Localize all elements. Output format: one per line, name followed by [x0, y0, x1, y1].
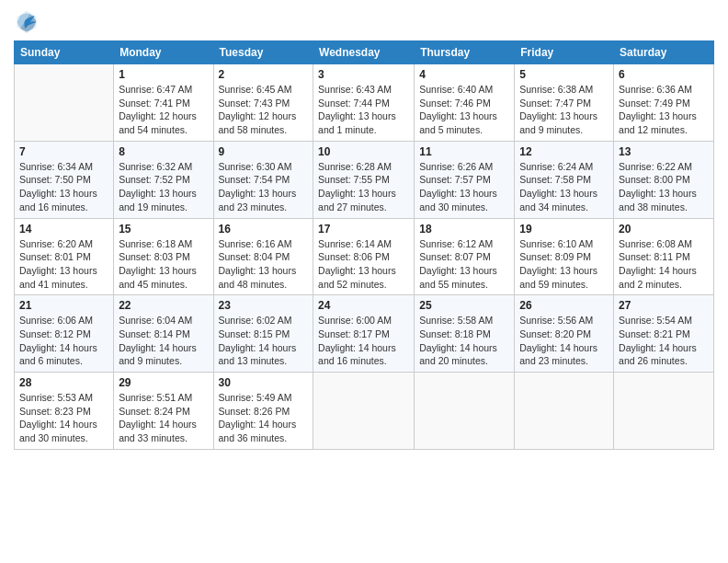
day-number: 10 — [318, 145, 409, 158]
day-number: 12 — [519, 145, 609, 158]
calendar-cell: 6Sunrise: 6:36 AM Sunset: 7:49 PM Daylig… — [614, 64, 714, 142]
day-number: 11 — [419, 145, 509, 158]
calendar-cell: 21Sunrise: 6:06 AM Sunset: 8:12 PM Dayli… — [15, 295, 114, 373]
day-number: 16 — [219, 223, 309, 236]
day-info: Sunrise: 5:58 AM Sunset: 8:18 PM Dayligh… — [419, 314, 509, 368]
day-info: Sunrise: 6:32 AM Sunset: 7:52 PM Dayligh… — [119, 160, 208, 214]
calendar-week-3: 14Sunrise: 6:20 AM Sunset: 8:01 PM Dayli… — [15, 218, 714, 295]
day-number: 18 — [419, 223, 509, 236]
calendar-cell: 18Sunrise: 6:12 AM Sunset: 8:07 PM Dayli… — [415, 218, 515, 295]
calendar-cell: 24Sunrise: 6:00 AM Sunset: 8:17 PM Dayli… — [313, 295, 415, 373]
calendar-cell: 27Sunrise: 5:54 AM Sunset: 8:21 PM Dayli… — [614, 295, 714, 373]
calendar-cell: 16Sunrise: 6:16 AM Sunset: 8:04 PM Dayli… — [213, 218, 313, 295]
day-info: Sunrise: 6:22 AM Sunset: 8:00 PM Dayligh… — [619, 160, 709, 214]
day-number: 7 — [19, 145, 108, 158]
logo — [14, 9, 43, 35]
day-number: 19 — [519, 223, 609, 236]
day-number: 23 — [219, 299, 309, 312]
day-number: 28 — [19, 376, 108, 389]
weekday-header-row: SundayMondayTuesdayWednesdayThursdayFrid… — [15, 41, 714, 64]
calendar-cell: 29Sunrise: 5:51 AM Sunset: 8:24 PM Dayli… — [114, 373, 213, 450]
day-number: 13 — [619, 145, 709, 158]
calendar-cell: 2Sunrise: 6:45 AM Sunset: 7:43 PM Daylig… — [213, 64, 313, 142]
weekday-header-tuesday: Tuesday — [213, 41, 313, 64]
day-number: 14 — [19, 223, 108, 236]
day-info: Sunrise: 6:36 AM Sunset: 7:49 PM Dayligh… — [619, 83, 709, 137]
calendar-cell: 17Sunrise: 6:14 AM Sunset: 8:06 PM Dayli… — [313, 218, 415, 295]
header — [14, 9, 714, 35]
calendar-cell: 4Sunrise: 6:40 AM Sunset: 7:46 PM Daylig… — [415, 64, 515, 142]
day-info: Sunrise: 6:26 AM Sunset: 7:57 PM Dayligh… — [419, 160, 509, 214]
calendar-cell — [415, 373, 515, 450]
weekday-header-saturday: Saturday — [614, 41, 714, 64]
calendar-cell: 1Sunrise: 6:47 AM Sunset: 7:41 PM Daylig… — [114, 64, 213, 142]
day-info: Sunrise: 6:38 AM Sunset: 7:47 PM Dayligh… — [519, 83, 609, 137]
day-info: Sunrise: 6:06 AM Sunset: 8:12 PM Dayligh… — [19, 314, 108, 368]
calendar-cell: 9Sunrise: 6:30 AM Sunset: 7:54 PM Daylig… — [213, 141, 313, 218]
day-info: Sunrise: 6:00 AM Sunset: 8:17 PM Dayligh… — [318, 314, 409, 368]
day-number: 24 — [318, 299, 409, 312]
day-info: Sunrise: 6:02 AM Sunset: 8:15 PM Dayligh… — [219, 314, 309, 368]
calendar-cell: 12Sunrise: 6:24 AM Sunset: 7:58 PM Dayli… — [515, 141, 614, 218]
day-number: 1 — [119, 68, 208, 81]
day-number: 20 — [619, 223, 709, 236]
weekday-header-sunday: Sunday — [15, 41, 114, 64]
day-info: Sunrise: 6:10 AM Sunset: 8:09 PM Dayligh… — [519, 237, 609, 292]
calendar-cell: 25Sunrise: 5:58 AM Sunset: 8:18 PM Dayli… — [415, 295, 515, 373]
weekday-header-wednesday: Wednesday — [313, 41, 415, 64]
calendar-cell: 8Sunrise: 6:32 AM Sunset: 7:52 PM Daylig… — [114, 141, 213, 218]
day-number: 3 — [318, 68, 409, 81]
day-info: Sunrise: 5:49 AM Sunset: 8:26 PM Dayligh… — [219, 391, 309, 445]
main-container: SundayMondayTuesdayWednesdayThursdayFrid… — [0, 0, 728, 459]
day-number: 22 — [119, 299, 208, 312]
weekday-header-thursday: Thursday — [415, 41, 515, 64]
calendar-cell — [515, 373, 614, 450]
day-info: Sunrise: 6:12 AM Sunset: 8:07 PM Dayligh… — [419, 237, 509, 292]
day-number: 26 — [519, 299, 609, 312]
calendar-cell: 19Sunrise: 6:10 AM Sunset: 8:09 PM Dayli… — [515, 218, 614, 295]
day-info: Sunrise: 5:53 AM Sunset: 8:23 PM Dayligh… — [19, 391, 108, 445]
calendar-week-2: 7Sunrise: 6:34 AM Sunset: 7:50 PM Daylig… — [15, 141, 714, 218]
day-number: 5 — [519, 68, 609, 81]
day-info: Sunrise: 6:40 AM Sunset: 7:46 PM Dayligh… — [419, 83, 509, 137]
calendar-cell — [313, 373, 415, 450]
day-number: 9 — [219, 145, 309, 158]
calendar-body: 1Sunrise: 6:47 AM Sunset: 7:41 PM Daylig… — [15, 64, 714, 450]
day-info: Sunrise: 5:54 AM Sunset: 8:21 PM Dayligh… — [619, 314, 709, 368]
calendar-cell — [614, 373, 714, 450]
day-info: Sunrise: 6:30 AM Sunset: 7:54 PM Dayligh… — [219, 160, 309, 214]
day-info: Sunrise: 6:45 AM Sunset: 7:43 PM Dayligh… — [219, 83, 309, 137]
calendar-cell: 13Sunrise: 6:22 AM Sunset: 8:00 PM Dayli… — [614, 141, 714, 218]
calendar-week-1: 1Sunrise: 6:47 AM Sunset: 7:41 PM Daylig… — [15, 64, 714, 142]
logo-icon — [14, 9, 40, 35]
calendar-cell: 23Sunrise: 6:02 AM Sunset: 8:15 PM Dayli… — [213, 295, 313, 373]
day-info: Sunrise: 6:08 AM Sunset: 8:11 PM Dayligh… — [619, 237, 709, 292]
calendar-cell: 30Sunrise: 5:49 AM Sunset: 8:26 PM Dayli… — [213, 373, 313, 450]
calendar-cell — [15, 64, 114, 142]
day-number: 2 — [219, 68, 309, 81]
day-info: Sunrise: 6:16 AM Sunset: 8:04 PM Dayligh… — [219, 237, 309, 292]
calendar-cell: 28Sunrise: 5:53 AM Sunset: 8:23 PM Dayli… — [15, 373, 114, 450]
day-info: Sunrise: 6:47 AM Sunset: 7:41 PM Dayligh… — [119, 83, 208, 137]
day-info: Sunrise: 6:43 AM Sunset: 7:44 PM Dayligh… — [318, 83, 409, 137]
calendar-cell: 15Sunrise: 6:18 AM Sunset: 8:03 PM Dayli… — [114, 218, 213, 295]
calendar-cell: 20Sunrise: 6:08 AM Sunset: 8:11 PM Dayli… — [614, 218, 714, 295]
day-number: 21 — [19, 299, 108, 312]
weekday-header-monday: Monday — [114, 41, 213, 64]
calendar-cell: 7Sunrise: 6:34 AM Sunset: 7:50 PM Daylig… — [15, 141, 114, 218]
day-number: 4 — [419, 68, 509, 81]
calendar-cell: 22Sunrise: 6:04 AM Sunset: 8:14 PM Dayli… — [114, 295, 213, 373]
day-info: Sunrise: 6:04 AM Sunset: 8:14 PM Dayligh… — [119, 314, 208, 368]
calendar-cell: 5Sunrise: 6:38 AM Sunset: 7:47 PM Daylig… — [515, 64, 614, 142]
day-info: Sunrise: 5:56 AM Sunset: 8:20 PM Dayligh… — [519, 314, 609, 368]
day-info: Sunrise: 6:20 AM Sunset: 8:01 PM Dayligh… — [19, 237, 108, 292]
weekday-header-friday: Friday — [515, 41, 614, 64]
day-info: Sunrise: 5:51 AM Sunset: 8:24 PM Dayligh… — [119, 391, 208, 445]
calendar-cell: 14Sunrise: 6:20 AM Sunset: 8:01 PM Dayli… — [15, 218, 114, 295]
day-number: 25 — [419, 299, 509, 312]
day-number: 27 — [619, 299, 709, 312]
day-info: Sunrise: 6:18 AM Sunset: 8:03 PM Dayligh… — [119, 237, 208, 292]
calendar-cell: 10Sunrise: 6:28 AM Sunset: 7:55 PM Dayli… — [313, 141, 415, 218]
day-number: 15 — [119, 223, 208, 236]
day-number: 29 — [119, 376, 208, 389]
